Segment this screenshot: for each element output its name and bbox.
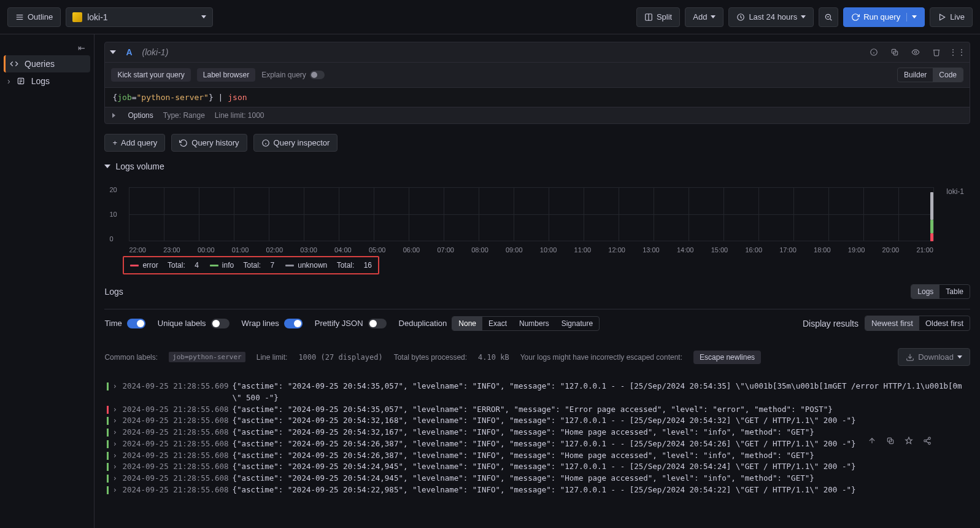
x-tick: 01:00: [232, 246, 249, 254]
sidebar-item-queries[interactable]: Queries: [4, 55, 90, 72]
legend-item-error[interactable]: error Total: 4: [130, 261, 198, 270]
x-tick: 21:00: [916, 246, 933, 254]
log-timestamp: 2024-09-25 21:28:55.608: [122, 473, 228, 484]
newest-first-button[interactable]: Newest first: [865, 316, 919, 330]
dedup-signature[interactable]: Signature: [555, 317, 599, 330]
explain-query-toggle[interactable]: Explain query: [261, 71, 325, 79]
y-tick: 10: [109, 211, 117, 218]
common-labels-label: Common labels:: [104, 353, 158, 362]
display-results-label: Display results: [803, 319, 858, 328]
svg-point-28: [924, 440, 927, 442]
expand-log-icon[interactable]: ›: [112, 381, 118, 404]
chevron-down-icon: [801, 15, 806, 18]
outline-button[interactable]: Outline: [7, 7, 61, 27]
log-row[interactable]: ›2024-09-25 21:28:55.608{"asctime": "202…: [104, 427, 970, 438]
expand-icon: ›: [7, 76, 10, 86]
logs-label: Logs: [31, 76, 50, 86]
log-timestamp: 2024-09-25 21:28:55.609: [122, 381, 228, 404]
log-timestamp: 2024-09-25 21:28:55.608: [122, 404, 228, 416]
dedup-exact[interactable]: Exact: [482, 317, 513, 330]
log-level-marker: [107, 429, 109, 437]
unique-labels-toggle[interactable]: [211, 319, 230, 328]
share-logs-icon[interactable]: [921, 435, 933, 447]
log-level-marker: [107, 440, 109, 448]
expand-log-icon[interactable]: ›: [112, 404, 118, 416]
oldest-first-button[interactable]: Oldest first: [919, 316, 970, 330]
log-row[interactable]: ›2024-09-25 21:28:55.608{"asctime": "202…: [104, 473, 970, 484]
query-editor[interactable]: {job="python-server"} | json: [105, 88, 970, 107]
time-range-button[interactable]: Last 24 hours: [728, 7, 814, 27]
datasource-name: loki-1: [87, 12, 107, 22]
run-query-button[interactable]: Run query: [843, 7, 925, 27]
expand-log-icon[interactable]: ›: [112, 438, 118, 450]
expand-log-icon[interactable]: ›: [112, 473, 118, 484]
pin-logs-icon[interactable]: [903, 435, 915, 447]
collapse-sidebar-button[interactable]: ⇤: [4, 41, 90, 55]
delete-query-icon[interactable]: [929, 45, 944, 60]
log-body: {"asctime": "2024-09-25 20:54:24,945", "…: [233, 473, 814, 484]
expand-log-icon[interactable]: ›: [112, 484, 118, 496]
x-tick: 03:00: [300, 246, 317, 254]
x-tick: 20:00: [882, 246, 900, 254]
logs-icon: [17, 77, 25, 85]
x-tick: 12:00: [608, 246, 625, 254]
copy-query-icon[interactable]: [887, 45, 902, 60]
tab-logs[interactable]: Logs: [911, 285, 939, 298]
expand-log-icon[interactable]: ›: [112, 461, 118, 473]
datasource-picker[interactable]: loki-1: [66, 7, 213, 27]
copy-logs-icon[interactable]: [884, 435, 897, 447]
log-row[interactable]: ›2024-09-25 21:28:55.608{"asctime": "202…: [104, 484, 970, 496]
escape-newlines-button[interactable]: Escape newlines: [693, 351, 761, 364]
toggle-visibility-icon[interactable]: [908, 45, 923, 60]
loki-logo-icon: [72, 12, 82, 22]
prettify-json-toggle[interactable]: [368, 319, 387, 328]
code-mode-button[interactable]: Code: [933, 68, 963, 82]
log-level-marker: [107, 417, 109, 425]
collapse-logs-volume-button[interactable]: [104, 165, 110, 168]
zoom-out-button[interactable]: [819, 7, 838, 27]
log-row[interactable]: ›2024-09-25 21:28:55.609{"asctime": "202…: [104, 381, 970, 404]
legend-item-unknown[interactable]: unknown Total: 16: [285, 261, 372, 270]
expand-log-icon[interactable]: ›: [112, 427, 118, 438]
query-help-icon[interactable]: [866, 45, 881, 60]
log-row[interactable]: ›2024-09-25 21:28:55.608{"asctime": "202…: [104, 461, 970, 473]
dedup-numbers[interactable]: Numbers: [513, 317, 555, 330]
sidebar-item-logs[interactable]: › Logs: [4, 72, 90, 90]
time-toggle[interactable]: [127, 319, 145, 328]
log-row[interactable]: ›2024-09-25 21:28:55.608{"asctime": "202…: [104, 404, 970, 416]
escaped-content-warning: Your logs might have incorrectly escaped…: [520, 353, 682, 362]
log-timestamp: 2024-09-25 21:28:55.608: [122, 450, 228, 462]
scroll-to-top-icon[interactable]: [866, 435, 878, 447]
download-button[interactable]: Download: [898, 348, 970, 366]
clock-icon: [736, 13, 745, 21]
log-timestamp: 2024-09-25 21:28:55.608: [122, 484, 228, 496]
x-tick: 10:00: [540, 246, 557, 254]
expand-options-button[interactable]: [112, 113, 115, 118]
kick-start-button[interactable]: Kick start your query: [111, 68, 190, 82]
log-level-marker: [107, 406, 109, 414]
dedup-none[interactable]: None: [452, 317, 482, 330]
svg-line-30: [926, 439, 928, 440]
split-button[interactable]: Split: [636, 7, 680, 27]
log-row[interactable]: ›2024-09-25 21:28:55.608{"asctime": "202…: [104, 415, 970, 427]
collapse-query-button[interactable]: [110, 50, 116, 54]
tab-table[interactable]: Table: [939, 285, 970, 298]
svg-line-7: [830, 18, 831, 20]
x-tick: 16:00: [745, 246, 762, 254]
query-history-button[interactable]: Query history: [171, 134, 247, 152]
legend-item-info[interactable]: info Total: 7: [210, 261, 274, 270]
drag-handle-icon[interactable]: ⋮⋮: [950, 45, 965, 60]
log-row[interactable]: ›2024-09-25 21:28:55.608{"asctime": "202…: [104, 438, 970, 450]
run-query-label: Run query: [863, 12, 900, 21]
wrap-lines-toggle[interactable]: [284, 319, 303, 328]
query-inspector-button[interactable]: Query inspector: [253, 134, 338, 152]
log-row[interactable]: ›2024-09-25 21:28:55.608{"asctime": "202…: [104, 450, 970, 462]
builder-mode-button[interactable]: Builder: [898, 68, 933, 82]
label-browser-button[interactable]: Label browser: [197, 68, 255, 82]
log-timestamp: 2024-09-25 21:28:55.608: [122, 427, 228, 438]
expand-log-icon[interactable]: ›: [112, 450, 118, 462]
live-button[interactable]: Live: [930, 7, 973, 27]
add-query-button[interactable]: + Add query: [104, 134, 165, 152]
add-button[interactable]: Add: [685, 7, 723, 27]
expand-log-icon[interactable]: ›: [112, 415, 118, 427]
